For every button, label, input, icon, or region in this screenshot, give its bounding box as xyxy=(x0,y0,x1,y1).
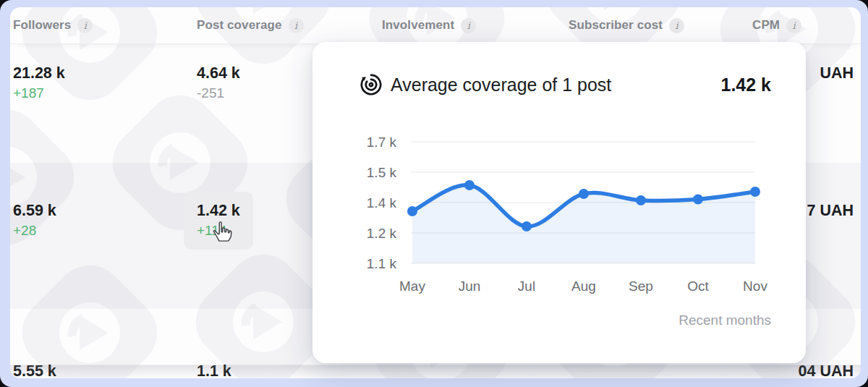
column-header-cpm: CPM i xyxy=(752,18,861,33)
page-background: Followers i Post coverage i Involvement … xyxy=(0,0,868,387)
info-icon[interactable]: i xyxy=(669,18,684,33)
followers-cell[interactable]: 21.28 k +187 xyxy=(13,63,197,102)
hand-cursor-icon xyxy=(211,221,233,242)
svg-text:May: May xyxy=(399,278,425,294)
svg-text:1.1 k: 1.1 k xyxy=(367,256,397,271)
svg-text:Sep: Sep xyxy=(629,278,653,294)
column-header-followers: Followers i xyxy=(13,18,197,33)
info-icon[interactable]: i xyxy=(461,18,476,33)
svg-text:Nov: Nov xyxy=(743,278,767,294)
svg-text:Jul: Jul xyxy=(518,278,535,294)
chart-x-axis-title: Recent months xyxy=(678,312,771,328)
column-label: Post coverage xyxy=(197,18,282,33)
table-header: Followers i Post coverage i Involvement … xyxy=(10,7,861,44)
svg-text:1.2 k: 1.2 k xyxy=(367,226,397,241)
column-label: Involvement xyxy=(382,18,454,33)
column-header-involvement: Involvement i xyxy=(382,18,569,33)
column-label: Followers xyxy=(13,18,71,33)
svg-text:1.4 k: 1.4 k xyxy=(367,195,397,210)
metric-value: 1.42 k xyxy=(197,200,240,221)
hovered-metric-highlight[interactable]: 1.42 k +114 xyxy=(184,192,253,250)
metric-delta: +187 xyxy=(13,85,197,102)
column-header-subscriber-cost: Subscriber cost i xyxy=(569,18,752,33)
svg-text:Jun: Jun xyxy=(459,278,481,294)
svg-text:1.5 k: 1.5 k xyxy=(367,165,397,180)
metric-value: 21.28 k xyxy=(13,63,197,83)
info-icon[interactable]: i xyxy=(77,18,93,33)
followers-cell[interactable]: 6.59 k +28 xyxy=(13,200,197,250)
bottom-fade xyxy=(10,365,861,378)
column-header-post-coverage: Post coverage i xyxy=(197,18,382,33)
svg-text:Oct: Oct xyxy=(687,278,709,294)
info-icon[interactable]: i xyxy=(289,18,304,33)
info-icon[interactable]: i xyxy=(786,18,801,33)
metric-delta: +28 xyxy=(13,222,197,239)
svg-text:Aug: Aug xyxy=(571,278,596,294)
metric-value: 6.59 k xyxy=(13,200,197,221)
column-label: Subscriber cost xyxy=(569,18,663,33)
coverage-popup: Average coverage of 1 post 1.42 k 1.7 k1… xyxy=(312,42,806,363)
svg-text:1.7 k: 1.7 k xyxy=(367,135,397,150)
column-label: CPM xyxy=(752,18,780,33)
